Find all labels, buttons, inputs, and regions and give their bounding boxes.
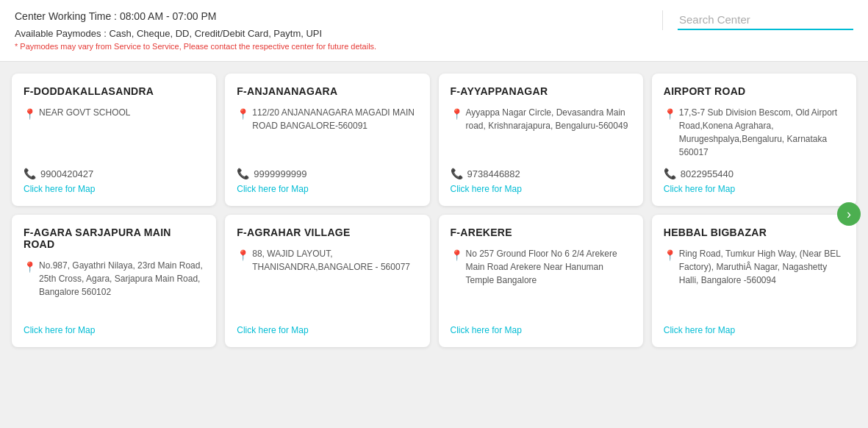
- card-address: 📍112/20 ANJANANAGARA MAGADI MAIN ROAD BA…: [237, 106, 417, 159]
- location-icon: 📍: [664, 107, 676, 122]
- location-card: F-DODDAKALLASANDRA📍NEAR GOVT SCHOOL📞9900…: [12, 74, 216, 206]
- card-phone: 📞9999999999: [237, 168, 417, 179]
- map-link[interactable]: Click here for Map: [664, 184, 844, 194]
- card-title: F-AGARA SARJAPURA MAIN ROAD: [24, 227, 204, 250]
- map-link[interactable]: Click here for Map: [24, 184, 204, 194]
- phone-number: 9738446882: [467, 168, 520, 179]
- card-address: 📍Ring Road, Tumkur High Way, (Near BEL F…: [664, 247, 844, 316]
- address-text: No.987, Gayathri Nilaya, 23rd Main Road,…: [39, 259, 204, 299]
- card-title: F-DODDAKALLASANDRA: [24, 85, 204, 97]
- address-text: 112/20 ANJANANAGARA MAGADI MAIN ROAD BAN…: [252, 106, 417, 132]
- address-text: Ring Road, Tumkur High Way, (Near BEL Fa…: [679, 247, 844, 287]
- cards-grid: F-DODDAKALLASANDRA📍NEAR GOVT SCHOOL📞9900…: [0, 62, 868, 359]
- search-input[interactable]: [678, 10, 853, 30]
- paymodes: Available Paymodes : Cash, Cheque, DD, C…: [15, 28, 648, 39]
- map-link[interactable]: Click here for Map: [664, 325, 844, 335]
- map-link[interactable]: Click here for Map: [237, 184, 417, 194]
- location-icon: 📍: [24, 107, 36, 122]
- location-icon: 📍: [237, 107, 249, 122]
- card-phone: 📞8022955440: [664, 168, 844, 179]
- address-text: 88, WAJID LAYOUT, THANISANDRA,BANGALORE …: [252, 247, 417, 274]
- location-card: F-AREKERE📍No 257 Ground Floor No 6 2/4 A…: [439, 215, 643, 347]
- card-address: 📍No.987, Gayathri Nilaya, 23rd Main Road…: [24, 259, 204, 316]
- location-icon: 📍: [237, 248, 249, 263]
- card-address: 📍Ayyappa Nagar Circle, Devasandra Main r…: [451, 106, 631, 159]
- phone-icon: 📞: [237, 168, 249, 179]
- top-bar-left: Center Working Time : 08:00 AM - 07:00 P…: [15, 10, 648, 51]
- working-time: Center Working Time : 08:00 AM - 07:00 P…: [15, 10, 648, 22]
- location-card: HEBBAL BIGBAZAR📍Ring Road, Tumkur High W…: [652, 215, 856, 347]
- card-address: 📍NEAR GOVT SCHOOL: [24, 106, 204, 159]
- address-text: No 257 Ground Floor No 6 2/4 Arekere Mai…: [466, 247, 631, 287]
- phone-number: 9999999999: [254, 168, 306, 179]
- location-icon: 📍: [451, 248, 463, 263]
- phone-icon: 📞: [24, 168, 36, 179]
- card-title: HEBBAL BIGBAZAR: [664, 227, 844, 238]
- map-link[interactable]: Click here for Map: [451, 325, 631, 335]
- card-phone: 📞9900420427: [24, 168, 204, 179]
- card-title: AIRPORT ROAD: [664, 85, 844, 97]
- phone-number: 8022955440: [681, 168, 734, 179]
- card-title: F-AREKERE: [451, 227, 631, 238]
- address-text: Ayyappa Nagar Circle, Devasandra Main ro…: [466, 106, 631, 132]
- paymodes-note: * Paymodes may vary from Service to Serv…: [15, 42, 648, 51]
- card-title: F-ANJANANAGARA: [237, 85, 417, 97]
- location-icon: 📍: [24, 260, 36, 275]
- location-card: F-AYYAPPANAGAR📍Ayyappa Nagar Circle, Dev…: [439, 74, 643, 206]
- card-title: F-AGRAHAR VILLAGE: [237, 227, 417, 238]
- card-address: 📍17,S-7 Sub Division Bescom, Old Airport…: [664, 106, 844, 159]
- phone-icon: 📞: [664, 168, 676, 179]
- location-card: F-AGRAHAR VILLAGE📍88, WAJID LAYOUT, THAN…: [225, 215, 429, 347]
- card-title: F-AYYAPPANAGAR: [451, 85, 631, 97]
- location-card: F-ANJANANAGARA📍112/20 ANJANANAGARA MAGAD…: [225, 74, 429, 206]
- location-icon: 📍: [451, 107, 463, 122]
- address-text: 17,S-7 Sub Division Bescom, Old Airport …: [679, 106, 844, 159]
- address-text: NEAR GOVT SCHOOL: [39, 106, 130, 119]
- card-phone: 📞9738446882: [451, 168, 631, 179]
- map-link[interactable]: Click here for Map: [451, 184, 631, 194]
- top-bar: Center Working Time : 08:00 AM - 07:00 P…: [0, 0, 868, 62]
- card-address: 📍No 257 Ground Floor No 6 2/4 Arekere Ma…: [451, 247, 631, 316]
- map-link[interactable]: Click here for Map: [237, 325, 417, 335]
- scroll-button[interactable]: ›: [837, 202, 861, 226]
- card-address: 📍88, WAJID LAYOUT, THANISANDRA,BANGALORE…: [237, 247, 417, 316]
- location-icon: 📍: [664, 248, 676, 263]
- search-area: [662, 10, 853, 30]
- location-card: AIRPORT ROAD📍17,S-7 Sub Division Bescom,…: [652, 74, 856, 206]
- map-link[interactable]: Click here for Map: [24, 325, 204, 335]
- phone-number: 9900420427: [40, 168, 93, 179]
- location-card: F-AGARA SARJAPURA MAIN ROAD📍No.987, Gaya…: [12, 215, 216, 347]
- phone-icon: 📞: [451, 168, 463, 179]
